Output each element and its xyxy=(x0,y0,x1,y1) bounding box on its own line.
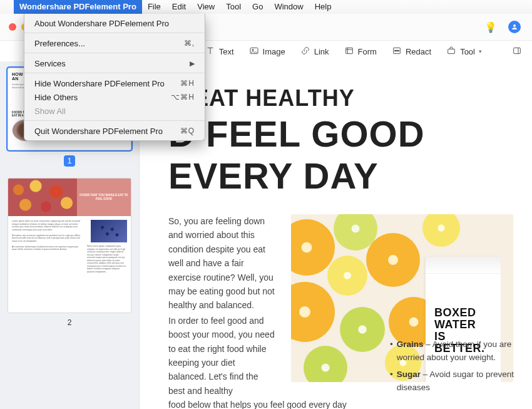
tool-redact-label: Redact xyxy=(406,47,431,56)
user-avatar[interactable] xyxy=(508,21,521,33)
menu-edit[interactable]: Edit xyxy=(166,0,192,14)
menu-preferences[interactable]: Preferences...⌘, xyxy=(24,36,205,50)
menu-file[interactable]: File xyxy=(142,0,166,14)
svg-rect-6 xyxy=(448,49,455,53)
tool-menu-label: Tool xyxy=(460,47,475,56)
menu-hide-others[interactable]: Hide Others⌥⌘H xyxy=(24,90,205,104)
tool-link[interactable]: Link xyxy=(300,46,329,58)
shortcut-label: ⌘Q xyxy=(180,127,195,135)
shortcut-label: ⌥⌘H xyxy=(171,93,195,101)
menu-window[interactable]: Window xyxy=(269,0,309,14)
paragraph-1: So, you are feeling down and worried abo… xyxy=(168,214,275,313)
chevron-down-icon: ▾ xyxy=(479,48,482,54)
bullet-term: Sugar xyxy=(397,370,421,379)
menu-help[interactable]: Help xyxy=(309,0,337,14)
toolbox-icon xyxy=(446,46,456,58)
redact-icon xyxy=(392,46,402,58)
tool-form-label: Form xyxy=(358,47,377,56)
page-number-2: 2 xyxy=(8,318,131,327)
svg-rect-7 xyxy=(514,48,521,53)
tool-menu[interactable]: Tool ▾ xyxy=(446,46,482,58)
paragraph-2: In order to feel good and boost your moo… xyxy=(168,314,275,398)
menu-quit[interactable]: Quit Wondershare PDFelement Pro⌘Q xyxy=(24,124,205,138)
menu-go[interactable]: Go xyxy=(247,0,269,14)
tool-image-label: Image xyxy=(263,47,285,56)
chevron-right-icon: ▶ xyxy=(190,60,195,68)
svg-point-0 xyxy=(513,24,516,27)
page-number-1: 1 xyxy=(64,155,75,167)
text-icon xyxy=(205,46,215,58)
svg-point-2 xyxy=(252,49,253,50)
thumb2-header-text: FOODS THAT YOU SHOULD EAT TO FEEL GOOD xyxy=(77,194,131,201)
shortcut-label: ⌘, xyxy=(184,39,195,48)
menu-hide[interactable]: Hide Wondershare PDFelement Pro⌘H xyxy=(24,76,205,90)
heading-2: D FEEL GOOD EVERY DAY xyxy=(168,113,513,197)
menu-show-all: Show All xyxy=(24,104,205,118)
svg-rect-3 xyxy=(345,48,352,53)
bullet-item: • Grains – Avoid them if you are worried… xyxy=(390,338,532,365)
menu-about[interactable]: About Wondershare PDFelement Pro xyxy=(24,16,205,30)
tool-text-label: Text xyxy=(219,47,234,56)
image-icon xyxy=(249,46,259,58)
form-icon xyxy=(344,46,354,58)
right-panel-icon xyxy=(512,46,522,58)
menu-services[interactable]: Services▶ xyxy=(24,56,205,70)
panel-toggle[interactable] xyxy=(512,46,522,58)
tool-form[interactable]: Form xyxy=(344,46,377,58)
menu-view[interactable]: View xyxy=(192,0,220,14)
svg-rect-5 xyxy=(395,50,399,51)
thumbnail-page-2[interactable]: FOODS THAT YOU SHOULD EAT TO FEEL GOOD L… xyxy=(8,178,131,313)
tool-link-label: Link xyxy=(314,47,329,56)
tool-redact[interactable]: Redact xyxy=(392,46,431,58)
bullet-item: • Sugar – Avoid sugar to prevent disease… xyxy=(390,368,532,395)
menu-tool[interactable]: Tool xyxy=(220,0,247,14)
tool-text[interactable]: Text xyxy=(205,46,234,58)
bullet-list: • Grains – Avoid them if you are worried… xyxy=(390,338,532,398)
shortcut-label: ⌘H xyxy=(180,79,195,88)
bullet-term: Grains xyxy=(397,339,424,349)
paragraph-3: food below that helps you feel good ever… xyxy=(168,398,356,409)
link-icon xyxy=(300,46,310,58)
tool-image[interactable]: Image xyxy=(249,46,285,58)
close-window-icon[interactable] xyxy=(9,23,16,31)
heading-1: O EAT HEALTHY xyxy=(168,85,513,111)
macos-menubar: Wondershare PDFelement Pro File Edit Vie… xyxy=(0,0,532,14)
lightbulb-icon[interactable]: 💡 xyxy=(484,21,497,33)
menu-app[interactable]: Wondershare PDFelement Pro xyxy=(14,0,142,14)
app-menu-dropdown: About Wondershare PDFelement Pro Prefere… xyxy=(24,14,205,141)
